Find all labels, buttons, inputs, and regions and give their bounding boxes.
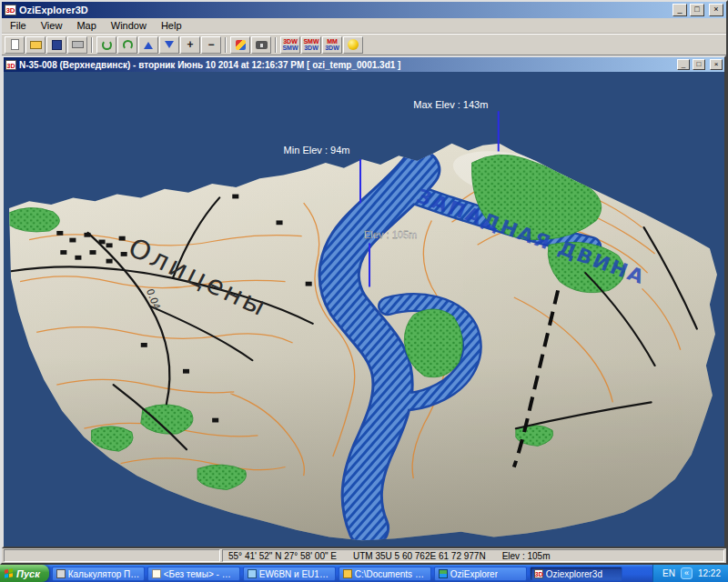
arrow-down-icon: [165, 41, 174, 53]
3dw-smw-icon: 3DW SMW: [282, 38, 298, 51]
child-titlebar[interactable]: 3D N-35-008 (Верхнедвинск) - вторник Июн…: [4, 57, 724, 72]
window-title: OziExplorer3D: [19, 5, 670, 15]
view-mm-3dw-button[interactable]: MM 3DW: [322, 36, 342, 54]
rotate-right-button[interactable]: [117, 36, 137, 54]
help-button[interactable]: [343, 36, 363, 54]
menu-bar: File View Map Window Help: [2, 18, 726, 34]
desktop: 3D OziExplorer3D _ □ × File View Map Win…: [0, 0, 728, 582]
menu-map[interactable]: Map: [69, 19, 103, 32]
calculator-icon: [56, 569, 66, 578]
taskbar-item-explorer[interactable]: C:\Documents and Settin...: [339, 567, 431, 581]
taskbar: Пуск Калькулятор Плюс <Без темы> - ew1do…: [0, 565, 728, 582]
disk-icon: [52, 40, 62, 50]
language-indicator[interactable]: EN: [662, 568, 675, 578]
close-button[interactable]: ×: [709, 4, 723, 16]
yellow-ball-icon: [348, 39, 359, 50]
child-maximize-button[interactable]: □: [693, 59, 705, 70]
child-close-button[interactable]: ×: [710, 59, 723, 70]
map-3d-window: 3D N-35-008 (Верхнедвинск) - вторник Июн…: [2, 55, 726, 548]
menu-window[interactable]: Window: [104, 19, 154, 32]
status-spacer-panel: [4, 549, 220, 562]
child-minimize-button[interactable]: _: [677, 59, 690, 70]
minimize-button[interactable]: _: [672, 4, 687, 16]
maximize-button[interactable]: □: [690, 4, 704, 16]
new-view-button[interactable]: [5, 36, 25, 54]
rotate-right-icon: [123, 40, 133, 50]
app-icon: 3D: [5, 5, 16, 15]
view-3dw-smw-button[interactable]: 3DW SMW: [280, 36, 300, 54]
palette-button[interactable]: [230, 36, 250, 54]
snapshot-button[interactable]: [251, 36, 271, 54]
camera-icon: [256, 41, 268, 49]
main-titlebar[interactable]: 3D OziExplorer3D _ □ ×: [2, 2, 726, 18]
zoom-in-icon: +: [187, 40, 193, 49]
windows-flag-icon: [5, 568, 13, 577]
menu-file[interactable]: File: [3, 19, 34, 32]
toolbar-separator: [91, 37, 93, 53]
radio-log-icon: [248, 569, 257, 578]
max-elev-label: Max Elev : 143m: [413, 100, 488, 111]
folder-icon: [30, 41, 42, 49]
status-utm: UTM 35U 5 60 762E 61 72 977N: [353, 551, 486, 561]
taskbar-item-oziexplorer[interactable]: OziExplorer: [434, 567, 527, 581]
tilt-up-button[interactable]: [138, 36, 158, 54]
hide-tray-icons-button[interactable]: «: [681, 567, 693, 579]
ozi3d-icon: 3D: [534, 569, 543, 578]
printer-icon: [72, 41, 84, 48]
system-tray: EN « 12:22: [652, 565, 728, 582]
status-elevation: Elev : 105m: [502, 551, 551, 561]
status-readout-panel: 55° 41' 52" N 27° 58' 00" E UTM 35U 5 60…: [222, 549, 724, 562]
mdi-area: 3D N-35-008 (Верхнедвинск) - вторник Июн…: [2, 55, 726, 548]
view-3d-container: Олицены 0.04 ЗАПАДНАЯ ДВИНА Max Elev : 1…: [4, 72, 724, 547]
oziexplorer-icon: [439, 569, 448, 578]
folder-icon: [343, 569, 352, 578]
rotate-left-icon: [102, 40, 112, 50]
envelope-icon: [152, 569, 161, 578]
clock[interactable]: 12:22: [698, 568, 721, 578]
status-coordinates: 55° 41' 52" N 27° 58' 00" E: [228, 551, 337, 561]
zoom-in-button[interactable]: +: [180, 36, 200, 54]
start-button[interactable]: Пуск: [0, 565, 49, 582]
open-button[interactable]: [25, 36, 46, 54]
palette-icon: [236, 40, 246, 50]
page-icon: [11, 39, 19, 50]
arrow-up-icon: [144, 37, 153, 49]
menu-view[interactable]: View: [34, 19, 70, 32]
terrain-3d-view[interactable]: Олицены 0.04 ЗАПАДНАЯ ДВИНА Max Elev : 1…: [4, 72, 724, 547]
print-button[interactable]: [67, 36, 87, 54]
menu-help[interactable]: Help: [154, 19, 189, 32]
toolbar-separator: [275, 37, 277, 53]
view-smw-3dw-button[interactable]: SMW 3DW: [301, 36, 321, 54]
min-elev-label: Min Elev : 94m: [284, 146, 350, 156]
taskbar-item-ew6bn[interactable]: EW6BN и EU1TX неско...: [243, 567, 336, 581]
cursor-elev-label: Elev : 105m: [364, 229, 417, 240]
ozi3d-main-window: 3D OziExplorer3D _ □ × File View Map Win…: [0, 0, 728, 565]
smw-3dw-icon: SMW 3DW: [303, 38, 318, 51]
taskbar-item-calculator[interactable]: Калькулятор Плюс: [52, 567, 145, 581]
status-bar: 55° 41' 52" N 27° 58' 00" E UTM 35U 5 60…: [2, 548, 726, 563]
tilt-down-button[interactable]: [159, 36, 179, 54]
taskbar-item-email[interactable]: <Без темы> - ew1do@b...: [147, 567, 240, 581]
zoom-out-button[interactable]: −: [201, 36, 221, 54]
save-image-button[interactable]: [46, 36, 66, 54]
rotate-left-button[interactable]: [96, 36, 116, 54]
mm-3dw-icon: MM 3DW: [325, 38, 339, 51]
start-label: Пуск: [16, 568, 40, 579]
map-window-icon: 3D: [5, 60, 16, 70]
map-window-title: N-35-008 (Верхнедвинск) - вторник Июнь 1…: [19, 60, 674, 70]
toolbar: + − 3DW SMW SMW 3DW MM 3DW: [2, 34, 726, 55]
zoom-out-icon: −: [207, 40, 214, 49]
toolbar-separator: [225, 37, 227, 53]
taskbar-item-oziexplorer3d[interactable]: 3D Oziexplorer3d: [530, 567, 622, 581]
